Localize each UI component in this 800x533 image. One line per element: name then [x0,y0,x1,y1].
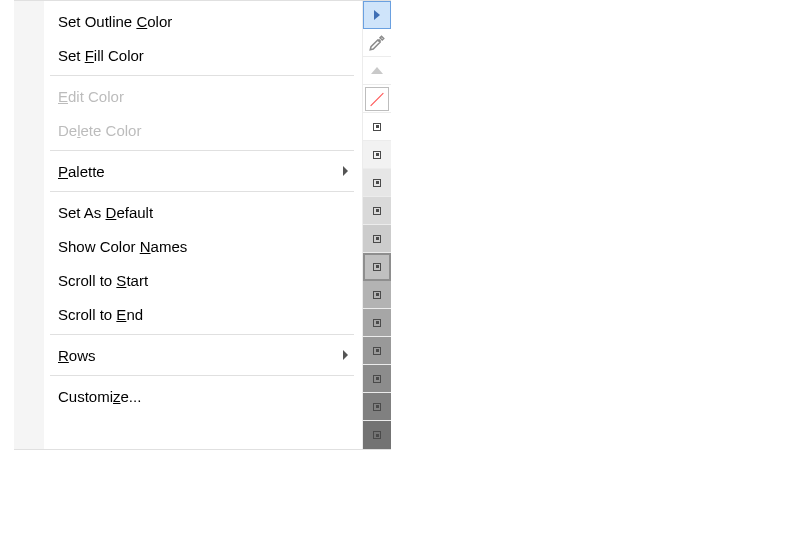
palette-swatch-color[interactable] [363,169,391,197]
menu-palette[interactable]: Palette [44,154,362,188]
menu-separator [50,150,354,151]
menu-label: Set As Default [58,204,350,221]
chevron-up-icon [371,67,383,74]
palette-swatch-color[interactable] [363,421,391,449]
palette-swatch-none[interactable] [363,85,391,113]
submenu-arrow-icon [343,350,348,360]
no-color-icon [365,87,389,111]
eyedropper-button[interactable] [363,29,391,57]
palette-swatch-color[interactable] [363,365,391,393]
swatch-marker-icon [373,403,381,411]
menu-rows[interactable]: Rows [44,338,362,372]
palette-swatch-color[interactable] [363,309,391,337]
menu-separator [50,75,354,76]
color-palette-strip [362,1,391,449]
swatch-marker-icon [373,207,381,215]
palette-swatch-color[interactable] [363,141,391,169]
swatch-marker-icon [373,179,381,187]
menu-label: Set Outline Color [58,13,350,30]
swatch-marker-icon [373,431,381,439]
menu-show-color-names[interactable]: Show Color Names [44,229,362,263]
menu-label: Show Color Names [58,238,350,255]
swatch-marker-icon [373,319,381,327]
eyedropper-icon [368,34,386,52]
swatch-marker-icon [373,291,381,299]
menu-label: Palette [58,163,343,180]
menu-set-as-default[interactable]: Set As Default [44,195,362,229]
palette-swatch-color[interactable] [363,253,391,281]
menu-label: Customize... [58,388,350,405]
menu-label: Set Fill Color [58,47,350,64]
palette-flyout-button[interactable] [363,1,391,29]
menu-label: Rows [58,347,343,364]
menu-label: Delete Color [58,122,350,139]
menu-delete-color: Delete Color [44,113,362,147]
palette-swatch-color[interactable] [363,225,391,253]
palette-scroll-up[interactable] [363,57,391,85]
swatch-marker-icon [373,151,381,159]
menu-edit-color: Edit Color [44,79,362,113]
context-menu-with-palette: Set Outline Color Set Fill Color Edit Co… [14,0,391,450]
menu-separator [50,334,354,335]
menu-label: Scroll to Start [58,272,350,289]
menu-set-outline-color[interactable]: Set Outline Color [44,4,362,38]
palette-swatch-color[interactable] [363,113,391,141]
palette-swatch-color[interactable] [363,281,391,309]
menu-separator [50,375,354,376]
menu-scroll-to-start[interactable]: Scroll to Start [44,263,362,297]
swatch-marker-icon [373,375,381,383]
menu-body: Set Outline Color Set Fill Color Edit Co… [14,1,362,449]
menu-items: Set Outline Color Set Fill Color Edit Co… [44,1,362,449]
swatch-marker-icon [373,123,381,131]
menu-set-fill-color[interactable]: Set Fill Color [44,38,362,72]
palette-swatch-color[interactable] [363,393,391,421]
palette-swatch-color[interactable] [363,337,391,365]
menu-label: Scroll to End [58,306,350,323]
menu-label: Edit Color [58,88,350,105]
swatch-marker-icon [373,235,381,243]
chevron-right-icon [374,10,380,20]
swatch-marker-icon [373,347,381,355]
menu-separator [50,191,354,192]
swatch-marker-icon [373,263,381,271]
menu-scroll-to-end[interactable]: Scroll to End [44,297,362,331]
menu-customize[interactable]: Customize... [44,379,362,413]
palette-swatch-color[interactable] [363,197,391,225]
submenu-arrow-icon [343,166,348,176]
menu-gutter [14,1,44,449]
